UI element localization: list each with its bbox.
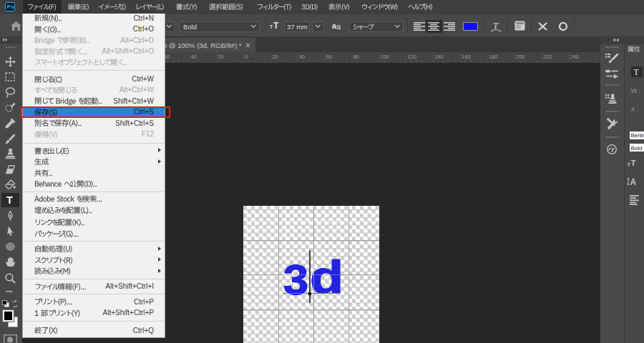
svg-text:A: A <box>630 177 637 187</box>
svg-text:T: T <box>493 20 499 31</box>
